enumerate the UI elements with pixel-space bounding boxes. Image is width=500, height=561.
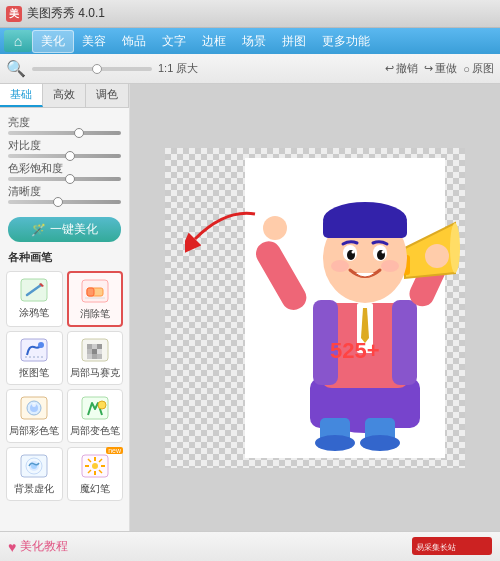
mosaic-icon	[79, 336, 111, 364]
saturation-slider[interactable]	[8, 177, 121, 181]
search-icon[interactable]: 🔍	[6, 59, 26, 78]
contrast-label: 对比度	[8, 138, 121, 153]
panel-tabs: 基础 高效 调色	[0, 84, 129, 108]
secondary-toolbar: 🔍 1:1 原大 ↩ 撤销 ↪ 重做 ○ 原图	[0, 54, 500, 84]
tools-grid: 涂鸦笔 消除笔	[0, 267, 129, 505]
menu-item-scene[interactable]: 场景	[234, 31, 274, 52]
contrast-row: 对比度	[8, 138, 121, 158]
beautify-button[interactable]: 🪄 一键美化	[8, 217, 121, 242]
saturation-label: 色彩饱和度	[8, 161, 121, 176]
watermark-text: 易采集长站	[412, 537, 492, 557]
eraser-icon	[79, 277, 111, 305]
sliders-section: 亮度 对比度 色彩饱和度 清晰度	[0, 108, 129, 211]
undo-button[interactable]: ↩ 撤销	[385, 61, 418, 76]
svg-point-70	[263, 216, 287, 240]
svg-rect-5	[87, 288, 94, 296]
brightness-slider[interactable]	[8, 131, 121, 135]
tool-colorchange[interactable]: 局部变色笔	[67, 389, 124, 443]
svg-rect-18	[92, 354, 97, 359]
tab-advanced[interactable]: 高效	[43, 84, 86, 107]
cutout-icon	[18, 336, 50, 364]
menu-bar: ⌂ 美化 美容 饰品 文字 边框 场景 拼图 更多功能	[0, 28, 500, 54]
menu-item-beauty[interactable]: 美容	[74, 31, 114, 52]
menu-item-text[interactable]: 文字	[154, 31, 194, 52]
menu-item-decoration[interactable]: 饰品	[114, 31, 154, 52]
main-area: 基础 高效 调色 亮度 对比度 色彩饱和度	[0, 84, 500, 531]
brightness-label: 亮度	[8, 115, 121, 130]
brush-section-title: 各种画笔	[0, 248, 129, 267]
menu-item-more[interactable]: 更多功能	[314, 31, 378, 52]
svg-text:易采集长站: 易采集长站	[416, 543, 456, 552]
heart-icon: ♥	[8, 539, 16, 555]
svg-point-66	[382, 250, 385, 253]
menu-item-collage[interactable]: 拼图	[274, 31, 314, 52]
svg-rect-14	[87, 349, 92, 354]
svg-point-57	[450, 223, 460, 273]
title-bar: 美 美图秀秀 4.0.1	[0, 0, 500, 28]
sharpness-row: 清晰度	[8, 184, 121, 204]
redo-icon: ↪	[424, 62, 433, 75]
colorpen-icon	[18, 394, 50, 422]
image-canvas: 525+	[165, 148, 465, 468]
app-title: 美图秀秀 4.0.1	[27, 5, 105, 22]
svg-rect-60	[323, 218, 407, 238]
home-button[interactable]: ⌂	[4, 30, 32, 52]
svg-point-71	[425, 244, 449, 268]
tutorial-button[interactable]: ♥ 美化教程	[8, 538, 68, 555]
menu-item-border[interactable]: 边框	[194, 31, 234, 52]
bottom-bar: ♥ 美化教程 易采集长站	[0, 531, 500, 561]
contrast-slider[interactable]	[8, 154, 121, 158]
tool-magic[interactable]: new 魔幻笔	[67, 447, 124, 501]
redo-button[interactable]: ↪ 重做	[424, 61, 457, 76]
tool-blur[interactable]: 背景虚化	[6, 447, 63, 501]
tool-colorpen[interactable]: 局部彩色笔	[6, 389, 63, 443]
original-button[interactable]: ○ 原图	[463, 61, 494, 76]
original-icon: ○	[463, 63, 470, 75]
tool-graffiti[interactable]: 涂鸦笔	[6, 271, 63, 327]
svg-point-47	[360, 435, 400, 451]
blur-icon	[18, 452, 50, 480]
app-icon: 美	[6, 6, 22, 22]
svg-rect-13	[97, 344, 102, 349]
svg-point-67	[331, 260, 349, 272]
svg-point-25	[98, 401, 106, 409]
zoom-slider[interactable]	[32, 67, 152, 71]
svg-point-39	[92, 463, 98, 469]
saturation-row: 色彩饱和度	[8, 161, 121, 181]
tool-mosaic[interactable]: 局部马赛克	[67, 331, 124, 385]
svg-rect-16	[97, 349, 102, 354]
svg-rect-11	[87, 344, 92, 349]
svg-rect-17	[87, 354, 92, 359]
sharpness-label: 清晰度	[8, 184, 121, 199]
tab-basic[interactable]: 基础	[0, 84, 43, 107]
svg-text:525+: 525+	[330, 338, 380, 363]
graffiti-icon	[18, 276, 50, 304]
character-image: 525+	[165, 148, 465, 468]
svg-rect-19	[97, 354, 102, 359]
svg-point-23	[32, 403, 36, 407]
undo-icon: ↩	[385, 62, 394, 75]
zoom-label: 1:1 原大	[158, 61, 198, 76]
colorchange-icon	[79, 394, 111, 422]
svg-rect-52	[392, 300, 417, 385]
sharpness-slider[interactable]	[8, 200, 121, 204]
canvas-area[interactable]: 525+	[130, 84, 500, 531]
svg-rect-12	[92, 344, 97, 349]
tutorial-label: 美化教程	[20, 538, 68, 555]
tab-color[interactable]: 调色	[86, 84, 129, 107]
tool-cutout[interactable]: 抠图笔	[6, 331, 63, 385]
wand-icon: 🪄	[31, 223, 46, 237]
tool-eraser[interactable]: 消除笔	[67, 271, 124, 327]
magic-icon	[79, 452, 111, 480]
svg-point-65	[352, 250, 355, 253]
brightness-row: 亮度	[8, 115, 121, 135]
svg-point-68	[381, 260, 399, 272]
left-panel: 基础 高效 调色 亮度 对比度 色彩饱和度	[0, 84, 130, 531]
svg-rect-7	[21, 339, 47, 361]
svg-point-46	[315, 435, 355, 451]
svg-rect-15	[92, 349, 97, 354]
menu-item-beautify[interactable]: 美化	[32, 30, 74, 53]
new-badge: new	[106, 447, 123, 454]
svg-point-8	[38, 342, 44, 348]
